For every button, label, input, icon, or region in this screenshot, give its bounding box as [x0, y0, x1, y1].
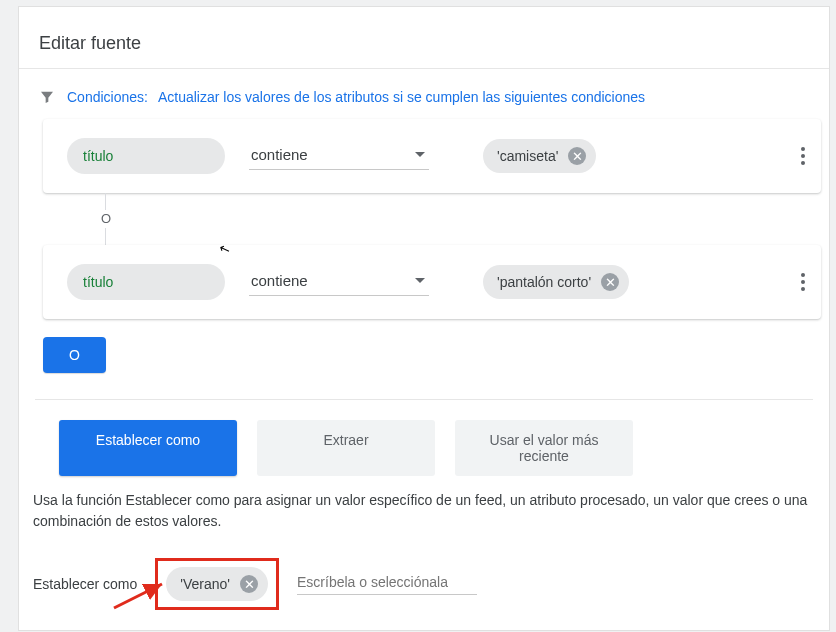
close-icon[interactable]: ✕ [240, 575, 258, 593]
value-chip-text: 'camiseta' [497, 148, 558, 164]
edit-feed-panel: Editar fuente Condiciones: Actualizar lo… [18, 6, 830, 631]
annotation-highlight: 'Verano' ✕ [155, 558, 279, 610]
set-as-chip[interactable]: 'Verano' ✕ [166, 567, 268, 601]
more-icon[interactable] [801, 144, 805, 168]
operator-text: contiene [251, 146, 308, 163]
close-icon[interactable]: ✕ [601, 273, 619, 291]
set-as-input[interactable] [297, 574, 477, 590]
chevron-down-icon [415, 152, 425, 157]
condition-row: título contiene 'camiseta' ✕ [43, 119, 821, 193]
divider [19, 68, 829, 69]
funnel-icon [37, 89, 57, 105]
tab-set-as[interactable]: Establecer como [59, 420, 237, 476]
more-icon[interactable] [801, 270, 805, 294]
chevron-down-icon [415, 278, 425, 283]
set-as-label: Establecer como [33, 576, 137, 592]
operator-select[interactable]: contiene [249, 142, 429, 170]
divider [35, 399, 813, 400]
action-description: Usa la función Establecer como para asig… [19, 476, 829, 536]
value-chip-text: 'pantalón corto' [497, 274, 591, 290]
set-as-row: Establecer como 'Verano' ✕ [19, 536, 829, 610]
add-or-button[interactable]: O [43, 337, 106, 373]
conditions-header: Condiciones: Actualizar los valores de l… [19, 89, 829, 119]
close-icon[interactable]: ✕ [568, 147, 586, 165]
operator-select[interactable]: contiene [249, 268, 429, 296]
conditions-label: Condiciones: [67, 89, 148, 105]
conditions-update-link[interactable]: Actualizar los valores de los atributos … [158, 89, 645, 105]
tab-extract[interactable]: Extraer [257, 420, 435, 476]
set-as-chip-text: 'Verano' [180, 576, 230, 592]
or-connector: O [81, 193, 829, 245]
action-tabs: Establecer como Extraer Usar el valor má… [19, 420, 829, 476]
set-as-input-wrap [297, 574, 477, 595]
attribute-chip[interactable]: título [67, 138, 225, 174]
condition-row: título contiene 'pantalón corto' ✕ [43, 245, 821, 319]
value-chip[interactable]: 'camiseta' ✕ [483, 139, 596, 173]
page-title: Editar fuente [19, 7, 829, 68]
value-chip[interactable]: 'pantalón corto' ✕ [483, 265, 629, 299]
or-label: O [95, 210, 117, 228]
tab-use-latest[interactable]: Usar el valor más reciente [455, 420, 633, 476]
operator-text: contiene [251, 272, 308, 289]
attribute-chip[interactable]: título [67, 264, 225, 300]
